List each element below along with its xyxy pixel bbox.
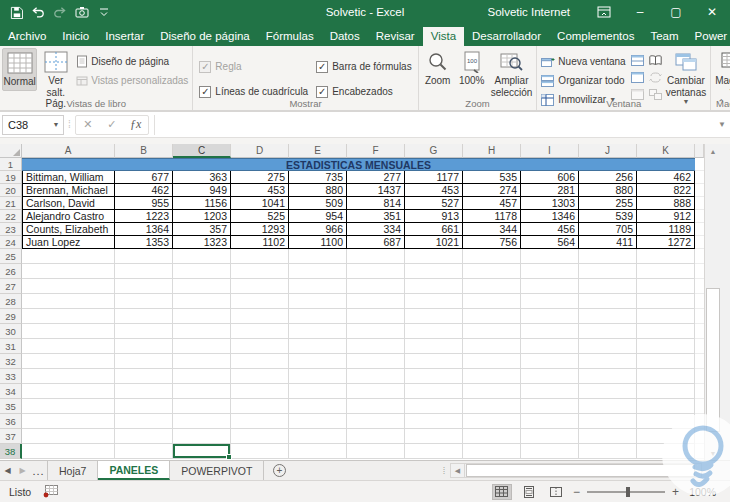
view-side-by-side-icon[interactable] — [647, 53, 664, 68]
cell-value[interactable]: 453 — [405, 184, 463, 197]
empty-cell[interactable] — [22, 264, 115, 279]
empty-cell[interactable] — [173, 414, 231, 429]
cell-value[interactable]: 277 — [347, 171, 405, 184]
empty-cell[interactable] — [521, 399, 579, 414]
column-header-c[interactable]: C — [173, 144, 231, 158]
empty-cell[interactable] — [173, 294, 231, 309]
empty-cell[interactable] — [289, 264, 347, 279]
hide-window-icon[interactable] — [629, 70, 646, 85]
empty-cell[interactable] — [347, 399, 405, 414]
column-header-b[interactable]: B — [115, 144, 173, 158]
empty-cell[interactable] — [463, 429, 521, 444]
empty-cell[interactable] — [463, 384, 521, 399]
empty-cell[interactable] — [22, 429, 115, 444]
undo-icon[interactable] — [31, 5, 45, 19]
sheet-tab-hoja7[interactable]: Hoja7 — [48, 461, 98, 480]
empty-cell[interactable] — [579, 429, 637, 444]
cell-value[interactable]: 606 — [521, 171, 579, 184]
empty-cell[interactable] — [637, 264, 695, 279]
column-header-h[interactable]: H — [463, 144, 521, 158]
row-header-34[interactable]: 34 — [0, 384, 22, 399]
empty-cell[interactable] — [231, 279, 289, 294]
empty-cell[interactable] — [22, 249, 115, 264]
row-header-25[interactable]: 25 — [0, 249, 22, 264]
cell-value[interactable]: 756 — [463, 236, 521, 249]
account-name[interactable]: Solvetic Internet — [488, 6, 570, 18]
empty-cell[interactable] — [521, 279, 579, 294]
empty-cell[interactable] — [289, 369, 347, 384]
cell-value[interactable]: 274 — [463, 184, 521, 197]
cell-value[interactable]: 564 — [521, 236, 579, 249]
cell-value[interactable]: 955 — [115, 197, 173, 210]
name-box[interactable]: C38 ▼ — [2, 115, 64, 135]
cell-value[interactable]: 1203 — [173, 210, 231, 223]
empty-cell[interactable] — [637, 339, 695, 354]
empty-cell[interactable] — [115, 339, 173, 354]
cell-value[interactable]: 1272 — [637, 236, 695, 249]
checkbox-barra-de-formulas[interactable]: ✓Barra de fórmulas — [316, 61, 411, 73]
empty-cell[interactable] — [173, 369, 231, 384]
cell-value[interactable]: 462 — [115, 184, 173, 197]
empty-cell[interactable] — [231, 444, 289, 459]
empty-cell[interactable] — [579, 414, 637, 429]
cell-value[interactable]: 351 — [347, 210, 405, 223]
sheet-tab-paneles[interactable]: PANELES — [98, 461, 170, 480]
ribbon-tab-insertar[interactable]: Insertar — [97, 27, 152, 46]
empty-cell[interactable] — [22, 384, 115, 399]
macro-record-icon[interactable] — [43, 485, 58, 498]
cell-value[interactable]: 275 — [231, 171, 289, 184]
cell-value[interactable]: 1346 — [521, 210, 579, 223]
cell-value[interactable]: 1364 — [115, 223, 173, 236]
cell-value[interactable]: 357 — [173, 223, 231, 236]
empty-cell[interactable] — [347, 324, 405, 339]
cell-value[interactable]: 1102 — [231, 236, 289, 249]
cell-value[interactable]: 256 — [579, 171, 637, 184]
tab-scrollbar-splitter[interactable]: ⁞ — [438, 461, 450, 480]
column-header-d[interactable]: D — [231, 144, 289, 158]
empty-cell[interactable] — [463, 294, 521, 309]
cell-value[interactable]: 822 — [637, 184, 695, 197]
empty-cell[interactable] — [115, 369, 173, 384]
cancel-entry-icon[interactable]: ✕ — [76, 118, 100, 131]
empty-cell[interactable] — [347, 294, 405, 309]
split-window-icon[interactable] — [629, 53, 646, 68]
empty-cell[interactable] — [347, 339, 405, 354]
formula-bar-splitter[interactable]: ⁞ — [64, 119, 75, 130]
empty-cell[interactable] — [289, 399, 347, 414]
empty-cell[interactable] — [521, 294, 579, 309]
empty-cell[interactable] — [173, 384, 231, 399]
ribbon-tab-power-pivot[interactable]: Power Pivot — [687, 27, 730, 46]
cell-value[interactable]: 344 — [463, 223, 521, 236]
row-header-21[interactable]: 21 — [0, 197, 22, 210]
cell-value[interactable]: 1100 — [289, 236, 347, 249]
empty-cell[interactable] — [463, 354, 521, 369]
empty-cell[interactable] — [347, 369, 405, 384]
empty-cell[interactable] — [463, 279, 521, 294]
empty-cell[interactable] — [115, 414, 173, 429]
cell-name[interactable]: Alejandro Castro — [22, 210, 115, 223]
empty-cell[interactable] — [347, 444, 405, 459]
empty-cell[interactable] — [463, 399, 521, 414]
empty-cell[interactable] — [463, 264, 521, 279]
customize-qat-icon[interactable] — [97, 5, 111, 19]
empty-cell[interactable] — [289, 339, 347, 354]
normal-view-button[interactable]: Normal — [2, 48, 37, 91]
save-icon[interactable] — [9, 5, 23, 19]
empty-cell[interactable] — [115, 399, 173, 414]
empty-cell[interactable] — [637, 384, 695, 399]
macros-button[interactable]: Macros ▼ — [713, 48, 730, 96]
synchronous-scrolling-icon[interactable] — [647, 70, 664, 85]
row-header-1[interactable]: 1 — [0, 158, 22, 171]
empty-cell[interactable] — [579, 249, 637, 264]
empty-cell[interactable] — [405, 444, 463, 459]
cell-value[interactable]: 735 — [289, 171, 347, 184]
empty-cell[interactable] — [463, 444, 521, 459]
ribbon-tab-desarrollador[interactable]: Desarrollador — [464, 27, 549, 46]
row-header-36[interactable]: 36 — [0, 414, 22, 429]
empty-cell[interactable] — [231, 264, 289, 279]
column-header-i[interactable]: I — [521, 144, 579, 158]
cell-value[interactable]: 888 — [637, 197, 695, 210]
empty-cell[interactable] — [173, 324, 231, 339]
scroll-up-icon[interactable]: ▲ — [705, 144, 721, 158]
confirm-entry-icon[interactable]: ✓ — [100, 118, 124, 131]
